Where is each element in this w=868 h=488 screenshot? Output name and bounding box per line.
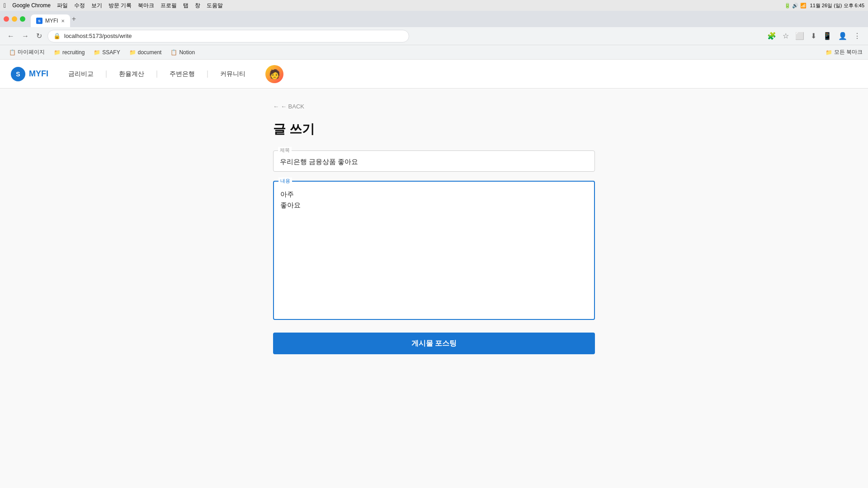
menubar-time: 11월 26일 (일) 오후 6:45 <box>810 2 864 9</box>
tab-close-button[interactable]: ✕ <box>61 19 65 23</box>
content-field-label: 내용 <box>278 178 292 184</box>
all-bookmarks-button[interactable]: 📁 모든 북마크 <box>826 48 863 56</box>
mac-menubar:  Google Chrome 파일 수정 보기 방문 기록 북마크 프로필 탭… <box>0 0 868 11</box>
profile-icon[interactable]: 👤 <box>836 30 849 42</box>
maximize-button[interactable] <box>20 16 25 22</box>
tab-favicon: S <box>36 18 42 24</box>
address-bar[interactable]: 🔒 localhost:5173/posts/write <box>47 30 409 42</box>
chrome-toolbar: ← → ↻ 🔒 localhost:5173/posts/write 🧩 ☆ ⬜… <box>0 27 868 45</box>
menu-tab[interactable]: 탭 <box>183 2 189 9</box>
new-tab-button[interactable]: + <box>72 15 76 23</box>
page-title: 글 쓰기 <box>273 121 595 138</box>
title-form-group: 제목 <box>273 150 595 172</box>
menu-help[interactable]: 도움말 <box>207 2 223 9</box>
minimize-button[interactable] <box>12 16 17 22</box>
back-arrow-icon: ← <box>273 103 279 110</box>
logo-area[interactable]: S MYFI <box>11 67 48 81</box>
apple-icon:  <box>4 2 6 9</box>
menu-profiles[interactable]: 프로필 <box>160 2 177 9</box>
nav-interest-rates[interactable]: 금리비교 <box>63 66 99 82</box>
title-field-label: 제목 <box>278 147 292 154</box>
menu-history[interactable]: 방문 기록 <box>108 2 132 9</box>
menu-bookmarks[interactable]: 북마크 <box>138 2 154 9</box>
all-bookmarks-label: 모든 북마크 <box>834 48 863 56</box>
menu-view[interactable]: 보기 <box>91 2 102 9</box>
download-icon[interactable]: ⬇ <box>809 30 818 42</box>
traffic-lights <box>4 16 25 22</box>
logo-letter: S <box>16 70 20 78</box>
menu-chrome[interactable]: Google Chrome <box>12 2 51 9</box>
bookmark-ssafy[interactable]: 📁 SSAFY <box>90 47 123 57</box>
nav-nearby-bank[interactable]: 주변은행 <box>164 66 200 82</box>
app-header: S MYFI 금리비교 ｜ 환율계산 ｜ 주변은행 ｜ 커뮤니티 🧑 <box>0 60 868 89</box>
bookmark-notion-icon: 📋 <box>170 49 177 56</box>
menu-dots-icon[interactable]: ⋮ <box>852 30 863 42</box>
bookmark-recruiting[interactable]: 📁 recruiting <box>50 47 88 57</box>
content-field-container: 내용 아주 좋아요 <box>273 181 595 320</box>
bookmark-document-label: document <box>138 49 162 56</box>
bookmark-document-icon: 📁 <box>129 49 136 56</box>
close-button[interactable] <box>4 16 9 22</box>
nav-community[interactable]: 커뮤니티 <box>215 66 251 82</box>
logo-text: MYFI <box>29 69 48 79</box>
content-textarea[interactable]: 아주 좋아요 <box>274 182 594 317</box>
content-form-group: 내용 아주 좋아요 <box>273 181 595 320</box>
browser-tab[interactable]: S MYFI ✕ <box>31 14 70 27</box>
logo-circle-icon: S <box>11 67 25 81</box>
bookmark-document[interactable]: 📁 document <box>126 47 165 57</box>
bookmark-mypage[interactable]: 📋 마이페이지 <box>5 47 48 58</box>
back-link[interactable]: ← ← BACK <box>273 103 595 110</box>
tab-title: MYFI <box>45 18 58 24</box>
chrome-titlebar: S MYFI ✕ + <box>0 11 868 27</box>
menu-window[interactable]: 창 <box>195 2 200 9</box>
bookmark-star-icon[interactable]: ☆ <box>781 30 791 42</box>
menu-edit[interactable]: 수정 <box>74 2 85 9</box>
bookmark-recruiting-label: recruiting <box>62 49 85 56</box>
forward-nav-button[interactable]: → <box>20 30 31 42</box>
bookmark-notion[interactable]: 📋 Notion <box>167 47 198 57</box>
extensions-icon[interactable]: 🧩 <box>765 30 778 42</box>
bookmark-mypage-icon: 📋 <box>9 49 16 56</box>
system-icons: 🔋 🔊 📶 <box>784 3 806 9</box>
bookmark-recruiting-icon: 📁 <box>54 49 61 56</box>
menu-file[interactable]: 파일 <box>57 2 68 9</box>
back-label: ← BACK <box>281 103 304 110</box>
bookmark-ssafy-label: SSAFY <box>102 49 120 56</box>
bookmark-ssafy-icon: 📁 <box>94 49 100 56</box>
reload-button[interactable]: ↻ <box>34 30 44 42</box>
main-content: ← ← BACK 글 쓰기 제목 내용 아주 좋아요 게시물 포스팅 <box>0 89 868 488</box>
avatar[interactable]: 🧑 <box>265 65 283 83</box>
bookmark-notion-label: Notion <box>179 49 195 56</box>
phone-icon[interactable]: 📱 <box>821 30 834 42</box>
title-input[interactable] <box>274 151 594 171</box>
all-bookmarks-folder-icon: 📁 <box>826 49 832 56</box>
back-nav-button[interactable]: ← <box>5 30 16 42</box>
bookmarks-bar: 📋 마이페이지 📁 recruiting 📁 SSAFY 📁 document … <box>0 45 868 60</box>
address-text: localhost:5173/posts/write <box>64 33 132 39</box>
bookmark-mypage-label: 마이페이지 <box>18 48 45 56</box>
screenshot-icon[interactable]: ⬜ <box>793 30 806 42</box>
address-lock-icon: 🔒 <box>53 33 61 39</box>
title-field-container: 제목 <box>273 150 595 172</box>
nav-exchange[interactable]: 환율계산 <box>113 66 150 82</box>
nav-menu: 금리비교 ｜ 환율계산 ｜ 주변은행 ｜ 커뮤니티 <box>63 66 251 82</box>
submit-button[interactable]: 게시물 포스팅 <box>273 333 595 354</box>
